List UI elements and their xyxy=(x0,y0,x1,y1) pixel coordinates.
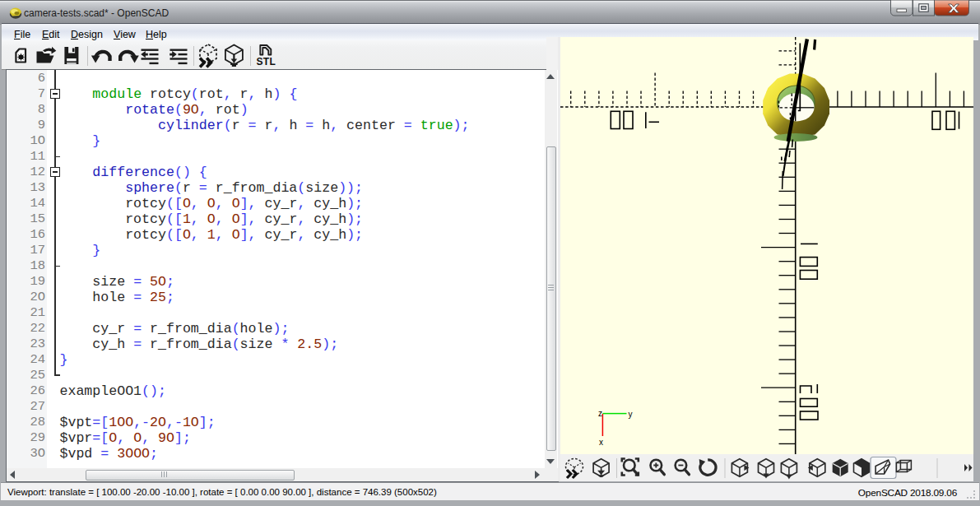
svg-text:STL: STL xyxy=(257,56,276,67)
svg-text:z: z xyxy=(598,409,602,418)
svg-text:x: x xyxy=(599,438,603,447)
svg-text:y: y xyxy=(629,410,633,419)
